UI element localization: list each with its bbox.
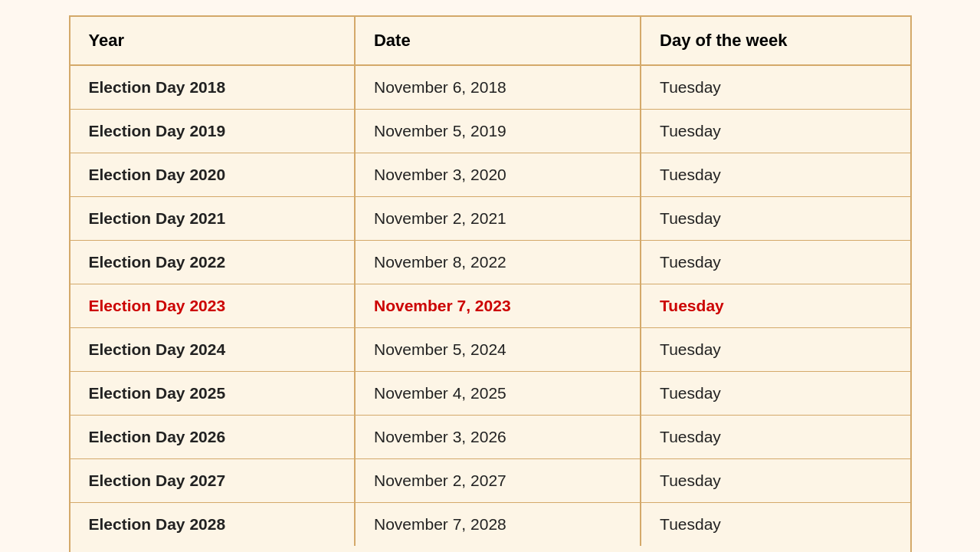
page-wrapper: Year Date Day of the week Election Day 2… — [8, 8, 972, 552]
cell-year: Election Day 2018 — [70, 65, 355, 110]
cell-day: Tuesday — [641, 328, 910, 372]
table-row: Election Day 2024November 5, 2024Tuesday — [70, 328, 910, 372]
cell-date: November 8, 2022 — [355, 241, 641, 284]
table-row: Election Day 2022November 8, 2022Tuesday — [70, 241, 910, 284]
cell-date: November 6, 2018 — [355, 65, 641, 110]
cell-day: Tuesday — [641, 65, 910, 110]
table-row: Election Day 2021November 2, 2021Tuesday — [70, 197, 910, 241]
cell-day: Tuesday — [641, 372, 910, 416]
cell-day: Tuesday — [641, 153, 910, 197]
cell-day: Tuesday — [641, 284, 910, 328]
cell-year: Election Day 2025 — [70, 372, 355, 416]
table-row: Election Day 2020November 3, 2020Tuesday — [70, 153, 910, 197]
cell-date: November 7, 2023 — [355, 284, 641, 328]
table-row: Election Day 2018November 6, 2018Tuesday — [70, 65, 910, 110]
cell-year: Election Day 2024 — [70, 328, 355, 372]
cell-year: Election Day 2019 — [70, 110, 355, 153]
cell-date: November 4, 2025 — [355, 372, 641, 416]
cell-date: November 7, 2028 — [355, 503, 641, 547]
cell-day: Tuesday — [641, 110, 910, 153]
cell-year: Election Day 2022 — [70, 241, 355, 284]
cell-date: November 2, 2027 — [355, 459, 641, 503]
cell-date: November 5, 2019 — [355, 110, 641, 153]
cell-day: Tuesday — [641, 241, 910, 284]
table-row: Election Day 2028November 7, 2028Tuesday — [70, 503, 910, 547]
cell-date: November 3, 2020 — [355, 153, 641, 197]
cell-day: Tuesday — [641, 197, 910, 241]
table-container: Year Date Day of the week Election Day 2… — [69, 15, 912, 552]
cell-date: November 3, 2026 — [355, 416, 641, 459]
cell-date: November 2, 2021 — [355, 197, 641, 241]
header-day: Day of the week — [641, 17, 910, 65]
cell-day: Tuesday — [641, 459, 910, 503]
cell-year: Election Day 2020 — [70, 153, 355, 197]
table-header-row: Year Date Day of the week — [70, 17, 910, 65]
cell-date: November 5, 2024 — [355, 328, 641, 372]
cell-year: Election Day 2021 — [70, 197, 355, 241]
table-row: Election Day 2027November 2, 2027Tuesday — [70, 459, 910, 503]
cell-day: Tuesday — [641, 416, 910, 459]
header-date: Date — [355, 17, 641, 65]
cell-year: Election Day 2023 — [70, 284, 355, 328]
table-row: Election Day 2023November 7, 2023Tuesday — [70, 284, 910, 328]
table-row: Election Day 2019November 5, 2019Tuesday — [70, 110, 910, 153]
table-row: Election Day 2026November 3, 2026Tuesday — [70, 416, 910, 459]
cell-year: Election Day 2028 — [70, 503, 355, 547]
header-year: Year — [70, 17, 355, 65]
cell-year: Election Day 2026 — [70, 416, 355, 459]
table-row: Election Day 2025November 4, 2025Tuesday — [70, 372, 910, 416]
cell-day: Tuesday — [641, 503, 910, 547]
election-table: Year Date Day of the week Election Day 2… — [70, 17, 910, 546]
cell-year: Election Day 2027 — [70, 459, 355, 503]
